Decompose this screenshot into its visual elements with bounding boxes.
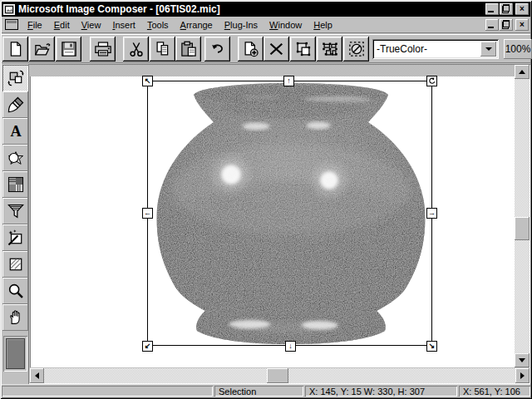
paste-button[interactable] (175, 37, 201, 62)
resize-handle-w[interactable]: ← (142, 208, 153, 219)
color-tuning-icon (7, 255, 25, 273)
select-all-button[interactable] (317, 37, 342, 62)
menu-view[interactable]: View (76, 17, 107, 32)
menu-arrange[interactable]: Arrange (175, 17, 219, 32)
status-mode: Selection (219, 387, 256, 397)
zoom-level-control[interactable]: 100% (504, 39, 532, 59)
scroll-up-button[interactable] (515, 65, 530, 79)
current-color-swatch (6, 338, 25, 369)
minimize-button[interactable] (485, 3, 499, 15)
resize-handle-sw[interactable]: ↙ (142, 341, 153, 352)
cut-icon (128, 41, 145, 57)
restore-icon (503, 22, 509, 27)
title-bar[interactable]: Microsoft Image Composer - [06TIS02.mic]… (2, 2, 530, 17)
resize-handle-n[interactable]: ↑ (283, 76, 294, 86)
delete-button[interactable] (264, 37, 289, 62)
warps-filters-icon (7, 202, 25, 220)
resize-handle-se[interactable]: ↘ (426, 341, 437, 352)
status-selection-info: X: 145, Y: 15 W: 330, H: 307 (309, 387, 425, 397)
resize-handle-s[interactable]: ↓ (285, 341, 296, 352)
pan-tool-button[interactable] (2, 304, 28, 331)
scroll-left-button[interactable] (30, 368, 44, 383)
scroll-right-button[interactable] (515, 368, 530, 383)
delete-icon (268, 41, 285, 57)
duplicate-button[interactable] (290, 37, 316, 62)
clear-selection-icon (348, 41, 365, 57)
undo-icon (209, 41, 226, 57)
copy-button[interactable] (150, 37, 175, 62)
patterns-fills-icon (7, 175, 25, 194)
arrow-up-icon: ↑ (287, 77, 291, 85)
select-all-icon (322, 41, 338, 57)
scroll-down-button[interactable] (515, 353, 530, 367)
status-message-panel (2, 386, 213, 397)
restore-icon (503, 6, 509, 12)
vertical-scrollbar[interactable] (515, 65, 530, 367)
vertical-scroll-thumb[interactable] (515, 217, 530, 240)
status-pointer-panel: X: 561, Y: 106 (459, 386, 530, 397)
arrow-nw-icon: ↖ (145, 77, 151, 85)
open-button[interactable] (29, 37, 55, 62)
menu-file[interactable]: File (22, 17, 48, 32)
color-tuning-tool-button[interactable] (2, 251, 28, 278)
zoom-tool-button[interactable] (2, 278, 28, 304)
close-icon: × (520, 5, 525, 13)
resize-handle-nw[interactable]: ↖ (142, 76, 153, 86)
svg-text:A: A (10, 123, 22, 140)
insert-image-button[interactable] (238, 37, 264, 62)
restore-button[interactable] (500, 3, 513, 15)
undo-button[interactable] (204, 37, 230, 62)
horizontal-scroll-thumb[interactable] (267, 368, 288, 383)
horizontal-scrollbar[interactable] (30, 368, 530, 383)
document-icon[interactable] (5, 19, 18, 30)
selection-bounding-box[interactable] (147, 81, 432, 346)
current-color-well[interactable] (3, 336, 27, 372)
print-button[interactable] (90, 37, 116, 62)
color-format-select[interactable]: -TrueColor- (372, 39, 499, 59)
app-icon[interactable] (3, 4, 15, 15)
cut-button[interactable] (123, 37, 149, 62)
status-mode-panel: Selection (214, 386, 303, 397)
close-icon: × (520, 21, 525, 29)
copy-icon (155, 41, 171, 57)
menu-edit[interactable]: Edit (48, 17, 76, 32)
menu-plugins[interactable]: Plug-Ins (219, 17, 264, 32)
menu-help[interactable]: Help (308, 17, 338, 32)
arrange-tool-button[interactable] (2, 65, 28, 91)
workspace-margin (30, 65, 515, 76)
insert-image-icon (243, 41, 259, 57)
arrange-icon (7, 69, 25, 87)
arrow-sw-icon: ↙ (145, 342, 151, 350)
save-button[interactable] (56, 37, 81, 62)
clear-selection-button[interactable] (343, 37, 369, 62)
window-title: Microsoft Image Composer - [06TIS02.mic] (18, 3, 485, 15)
arrow-down-icon (519, 358, 525, 366)
text-icon: A (7, 122, 25, 140)
mdi-minimize-button[interactable] (485, 19, 499, 31)
text-tool-button[interactable]: A (2, 118, 28, 145)
status-selection-panel: X: 145, Y: 15 W: 330, H: 307 (305, 386, 457, 397)
arrow-right-icon: → (428, 209, 436, 217)
rotate-handle[interactable] (426, 76, 437, 86)
menu-insert[interactable]: Insert (106, 17, 141, 32)
app-window: Microsoft Image Composer - [06TIS02.mic]… (0, 0, 532, 399)
close-button[interactable]: × (515, 3, 529, 15)
arrow-left-icon (32, 372, 39, 379)
art-effects-icon (7, 229, 25, 247)
paint-tool-button[interactable] (2, 91, 28, 118)
color-format-value: -TrueColor- (372, 43, 480, 55)
warps-filters-tool-button[interactable] (2, 198, 28, 224)
menu-bar: File Edit View Insert Tools Arrange Plug… (2, 17, 530, 33)
mdi-close-button[interactable]: × (515, 19, 529, 31)
resize-handle-e[interactable]: → (426, 208, 437, 219)
arrow-up-icon (519, 66, 525, 74)
menu-window[interactable]: Window (264, 17, 308, 32)
new-button[interactable] (2, 37, 28, 62)
patterns-fills-tool-button[interactable] (2, 171, 28, 198)
art-effects-tool-button[interactable] (2, 224, 28, 251)
combo-dropdown-button[interactable] (480, 42, 496, 57)
menu-tools[interactable]: Tools (141, 17, 175, 32)
rotate-icon (428, 77, 436, 85)
mdi-restore-button[interactable] (500, 19, 513, 31)
shapes-tool-button[interactable] (2, 145, 28, 171)
